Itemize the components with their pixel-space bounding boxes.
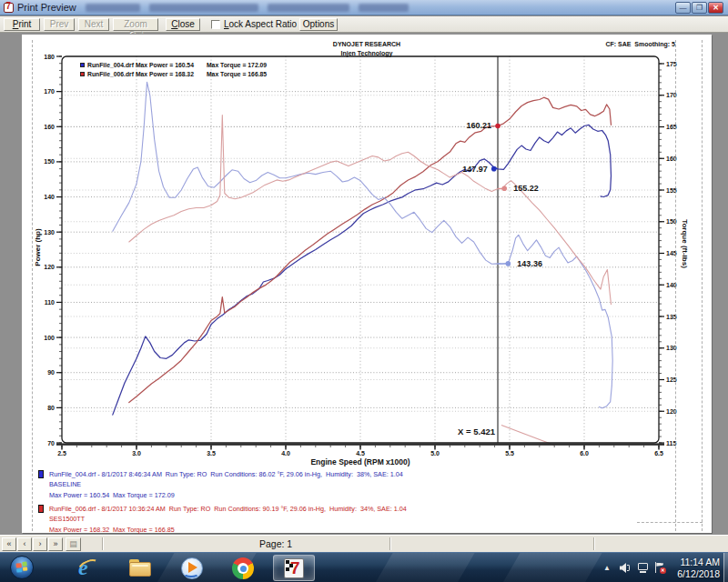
close-preview-button[interactable]: Close bbox=[166, 18, 200, 31]
legend-row-run006: RunFile_006.drf Max Power = 168.32 Max T… bbox=[80, 70, 267, 79]
correction-smoothing-label: CF: SAE Smoothing: 5 bbox=[605, 41, 675, 47]
redacted-title-text bbox=[86, 4, 140, 12]
options-button[interactable]: Options bbox=[299, 18, 338, 31]
clock-date: 6/12/2018 bbox=[677, 568, 720, 580]
run-info-red: RunFile_006.drf - 8/1/2017 10:36:24 AM R… bbox=[38, 504, 407, 535]
close-window-button[interactable]: ✕ bbox=[708, 2, 723, 14]
svg-text:130: 130 bbox=[44, 229, 55, 236]
page-indicator: Page: 1 bbox=[259, 538, 292, 549]
svg-text:2.5: 2.5 bbox=[57, 450, 66, 457]
preview-page: 2.53.03.54.04.55.05.56.06.57080901001101… bbox=[22, 35, 712, 533]
run-swatch-blue bbox=[38, 470, 44, 478]
cursor-value-dot bbox=[506, 261, 511, 266]
statusbar-divider bbox=[593, 537, 595, 550]
taskbar-clock[interactable]: 11:14 AM 6/12/2018 bbox=[677, 557, 720, 579]
legend-max-power: Max Power = 160.54 bbox=[136, 61, 194, 70]
cursor-value-dot bbox=[491, 166, 497, 172]
svg-text:3.5: 3.5 bbox=[207, 450, 216, 457]
svg-text:3.0: 3.0 bbox=[132, 450, 141, 457]
next-button[interactable]: Next bbox=[78, 18, 109, 31]
legend-max-power: Max Power = 168.32 bbox=[136, 70, 194, 79]
run-max-values: Max Power = 168.32 Max Torque = 166.85 bbox=[49, 525, 407, 535]
internet-explorer-icon[interactable]: e bbox=[78, 557, 102, 580]
svg-text:4.5: 4.5 bbox=[356, 450, 365, 457]
start-button[interactable] bbox=[10, 556, 34, 579]
redacted-title-text bbox=[149, 4, 258, 12]
network-icon[interactable] bbox=[638, 563, 650, 573]
legend-swatch-blue bbox=[80, 63, 85, 67]
clock-time: 11:14 AM bbox=[677, 557, 720, 568]
redacted-title-text bbox=[268, 4, 349, 12]
winpep-taskbar-button[interactable]: 7 bbox=[273, 555, 315, 581]
last-page-button[interactable]: » bbox=[48, 537, 63, 551]
run-name: SES1500TT bbox=[49, 514, 407, 524]
print-button[interactable]: Print bbox=[4, 18, 40, 31]
run-name: BASELINE bbox=[49, 479, 403, 489]
prev-button[interactable]: Prev bbox=[44, 18, 75, 31]
svg-text:170: 170 bbox=[44, 88, 55, 95]
svg-text:4.0: 4.0 bbox=[281, 450, 290, 457]
run-info-blue: RunFile_004.drf - 8/1/2017 8:46:34 AM Ru… bbox=[38, 469, 407, 500]
run-max-values: Max Power = 160.54 Max Torque = 172.09 bbox=[49, 490, 403, 500]
margin-guide-left bbox=[32, 40, 33, 531]
app-icon bbox=[4, 3, 14, 13]
svg-text:70: 70 bbox=[47, 440, 55, 447]
action-center-icon[interactable]: ✕ bbox=[654, 562, 666, 574]
maximize-button[interactable]: ❐ bbox=[692, 2, 707, 14]
x-axis-baseline bbox=[56, 443, 664, 445]
legend-swatch-red bbox=[80, 72, 85, 76]
legend-max-torque: Max Torque = 166.85 bbox=[207, 70, 267, 79]
print-preview-toolbar: Print Prev Next Zoom Out Close Lock Aspe… bbox=[0, 16, 728, 33]
svg-text:6.0: 6.0 bbox=[580, 450, 589, 457]
statusbar-divider bbox=[389, 537, 391, 550]
windows-logo-icon bbox=[15, 562, 28, 573]
page-setup-button[interactable]: ▤ bbox=[66, 537, 81, 551]
run-conditions: RunFile_006.drf - 8/1/2017 10:36:24 AM R… bbox=[49, 504, 407, 514]
media-player-icon[interactable] bbox=[180, 557, 204, 580]
file-explorer-icon[interactable] bbox=[129, 557, 153, 580]
svg-text:5.0: 5.0 bbox=[430, 450, 440, 457]
next-page-button[interactable]: › bbox=[33, 537, 47, 551]
taskbar: e 7 ▲ ✕ 11:14 AM 6/12/2018 bbox=[0, 552, 728, 582]
minimize-button[interactable]: — bbox=[675, 2, 691, 14]
winpep-app-icon: 7 bbox=[284, 558, 304, 578]
legend-file: RunFile_004.drf bbox=[87, 61, 134, 70]
zoom-out-button[interactable]: Zoom Out bbox=[113, 18, 158, 31]
margin-guide-bottom bbox=[637, 522, 703, 523]
svg-text:150: 150 bbox=[44, 158, 55, 165]
window-title: Print Preview bbox=[17, 2, 76, 13]
dyno-chart: 2.53.03.54.04.55.05.56.06.57080901001101… bbox=[22, 35, 712, 533]
rpm-axis-title: Engine Speed (RPM x1000) bbox=[310, 457, 410, 467]
svg-text:160: 160 bbox=[44, 124, 55, 130]
preview-area: 2.53.03.54.04.55.05.56.06.57080901001101… bbox=[0, 34, 728, 535]
cursor-value-dot bbox=[501, 186, 507, 191]
statusbar: « ‹ › » ▤ Page: 1 bbox=[0, 535, 728, 552]
redacted-title-text bbox=[359, 4, 409, 12]
svg-text:140: 140 bbox=[44, 194, 55, 200]
power-axis-title: Power (hp) bbox=[34, 228, 42, 266]
svg-text:80: 80 bbox=[47, 405, 55, 411]
tray-expand-icon[interactable]: ▲ bbox=[603, 564, 611, 572]
legend-file: RunFile_006.drf bbox=[87, 70, 134, 79]
svg-text:110: 110 bbox=[45, 299, 55, 306]
lock-aspect-ratio-checkbox[interactable] bbox=[211, 20, 220, 29]
prev-page-button[interactable]: ‹ bbox=[17, 537, 32, 551]
run-swatch-red bbox=[38, 505, 44, 513]
svg-text:90: 90 bbox=[47, 369, 55, 376]
cursor-value-dot bbox=[495, 124, 500, 129]
cursor-value-label: 147.97 bbox=[462, 165, 488, 174]
torque-axis-title: Torque (ft-lbs) bbox=[681, 219, 689, 268]
svg-text:120: 120 bbox=[44, 264, 55, 270]
chrome-icon[interactable] bbox=[231, 557, 255, 580]
first-page-button[interactable]: « bbox=[2, 537, 16, 551]
lock-aspect-ratio-label[interactable]: Lock Aspect Ratio bbox=[224, 19, 297, 29]
cursor-value-label: 143.36 bbox=[517, 259, 542, 268]
svg-text:5.5: 5.5 bbox=[505, 450, 514, 457]
volume-icon[interactable] bbox=[620, 563, 631, 573]
cursor-value-label: 155.22 bbox=[513, 184, 539, 193]
margin-guide-right-outer bbox=[702, 40, 703, 531]
show-desktop-button[interactable] bbox=[723, 553, 728, 582]
statusbar-divider bbox=[102, 537, 104, 550]
margin-guide-right-inner bbox=[675, 40, 676, 531]
cursor-x-label: X = 5.421 bbox=[458, 426, 496, 436]
